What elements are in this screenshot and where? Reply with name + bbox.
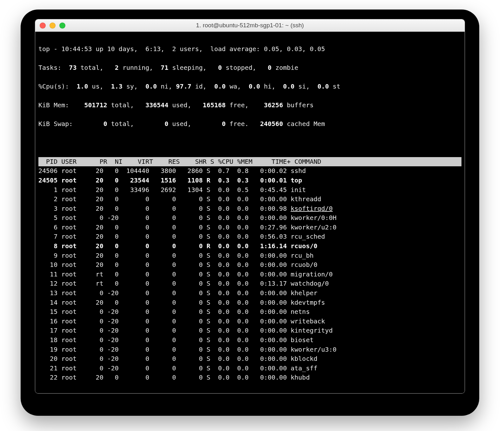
process-row: 15 root 0 -20 0 0 0 S 0.0 0.0 0:00.00 ne… xyxy=(38,307,461,317)
process-command: rcu_sched xyxy=(291,233,325,240)
process-row: 12 root rt 0 0 0 0 S 0.0 0.0 0:13.17 wat… xyxy=(38,279,461,288)
traffic-lights xyxy=(40,23,65,29)
process-row: 7 root 20 0 0 0 0 S 0.0 0.0 0:56.03 rcu_… xyxy=(38,232,461,242)
window-title: 1. root@ubuntu-512mb-sgp1-01: ~ (ssh) xyxy=(35,22,465,29)
process-row: 18 root 0 -20 0 0 0 S 0.0 0.0 0:00.00 bi… xyxy=(38,335,461,345)
process-row: 16 root 0 -20 0 0 0 S 0.0 0.0 0:00.00 wr… xyxy=(38,317,461,326)
blank-line xyxy=(38,138,461,148)
process-row: 21 root 0 -20 0 0 0 S 0.0 0.0 0:00.00 at… xyxy=(38,364,461,373)
summary-line-1: top - 10:44:53 up 10 days, 6:13, 2 users… xyxy=(38,44,461,54)
process-command: rcuos/0 xyxy=(291,242,317,250)
process-command: writeback xyxy=(291,317,325,325)
summary-line-swap: KiB Swap: 0 total, 0 used, 0 free. 24056… xyxy=(38,119,461,129)
process-command: bioset xyxy=(291,336,314,344)
process-row: 6 root 20 0 0 0 0 S 0.0 0.0 0:27.96 kwor… xyxy=(38,223,461,232)
process-row: 5 root 0 -20 0 0 0 S 0.0 0.0 0:00.00 kwo… xyxy=(38,213,461,223)
process-row: 14 root 20 0 0 0 0 S 0.0 0.0 0:00.00 kde… xyxy=(38,298,461,308)
process-command: kintegrityd xyxy=(291,327,333,334)
process-row: 20 root 0 -20 0 0 0 S 0.0 0.0 0:00.00 kb… xyxy=(38,354,461,364)
process-command: ata_sff xyxy=(291,364,317,372)
process-command: kworker/0:0H xyxy=(291,214,337,222)
process-row: 1 root 20 0 33496 2692 1304 S 0.0 0.5 0:… xyxy=(38,185,461,195)
summary-line-cpu: %Cpu(s): 1.0 us, 1.3 sy, 0.0 ni, 97.7 id… xyxy=(38,82,461,91)
summary-line-mem: KiB Mem: 501712 total, 336544 used, 1651… xyxy=(38,101,461,110)
process-command: init xyxy=(291,186,306,194)
process-command: sshd xyxy=(291,167,306,175)
process-command: rcu_bh xyxy=(291,252,314,259)
process-command: netns xyxy=(291,308,310,315)
process-row: 11 root rt 0 0 0 0 S 0.0 0.0 0:00.00 mig… xyxy=(38,270,461,279)
process-command: khelper xyxy=(291,289,317,297)
process-command: khubd xyxy=(291,374,310,381)
process-row: 22 root 20 0 0 0 0 S 0.0 0.0 0:00.00 khu… xyxy=(38,373,461,382)
terminal-inner: 1. root@ubuntu-512mb-sgp1-01: ~ (ssh) to… xyxy=(35,19,465,394)
process-row: 24505 root 20 0 23544 1516 1108 R 0.3 0.… xyxy=(38,176,461,185)
process-row: 10 root 20 0 0 0 0 S 0.0 0.0 0:00.00 rcu… xyxy=(38,260,461,270)
process-row: 2 root 20 0 0 0 0 S 0.0 0.0 0:00.00 kthr… xyxy=(38,195,461,204)
process-row: 3 root 20 0 0 0 0 S 0.0 0.0 0:00.98 ksof… xyxy=(38,204,461,214)
process-command: kworker/u2:0 xyxy=(291,223,337,231)
process-row: 17 root 0 -20 0 0 0 S 0.0 0.0 0:00.00 ki… xyxy=(38,326,461,335)
process-list: 24506 root 20 0 104440 3800 2860 S 0.7 0… xyxy=(38,166,461,382)
process-command: rcuob/0 xyxy=(291,261,317,269)
maximize-icon[interactable] xyxy=(59,23,65,29)
process-row: 19 root 0 -20 0 0 0 S 0.0 0.0 0:00.00 kw… xyxy=(38,345,461,355)
process-command: kworker/u3:0 xyxy=(291,346,337,353)
terminal-content[interactable]: top - 10:44:53 up 10 days, 6:13, 2 users… xyxy=(35,32,465,394)
process-row: 13 root 0 -20 0 0 0 S 0.0 0.0 0:00.00 kh… xyxy=(38,288,461,298)
summary-line-tasks: Tasks: 73 total, 2 running, 71 sleeping,… xyxy=(38,63,461,73)
process-row: 24506 root 20 0 104440 3800 2860 S 0.7 0… xyxy=(38,166,461,176)
minimize-icon[interactable] xyxy=(50,23,56,29)
process-command: kblockd xyxy=(291,355,317,362)
process-command: migration/0 xyxy=(291,270,333,278)
terminal-window: 1. root@ubuntu-512mb-sgp1-01: ~ (ssh) to… xyxy=(21,10,479,416)
titlebar: 1. root@ubuntu-512mb-sgp1-01: ~ (ssh) xyxy=(35,19,465,32)
process-row: 8 root 20 0 0 0 0 R 0.0 0.0 1:16.14 rcuo… xyxy=(38,242,461,251)
process-command: kthreadd xyxy=(291,195,321,203)
column-headers: PID USER PR NI VIRT RES SHR S %CPU %MEM … xyxy=(38,157,461,167)
close-icon[interactable] xyxy=(40,23,46,29)
process-command: top xyxy=(291,176,302,184)
process-row: 9 root 20 0 0 0 0 S 0.0 0.0 0:00.00 rcu_… xyxy=(38,251,461,261)
process-command: watchdog/0 xyxy=(291,280,329,287)
process-command: kdevtmpfs xyxy=(291,299,325,306)
process-command: ksoftirqd/0 xyxy=(291,205,333,212)
